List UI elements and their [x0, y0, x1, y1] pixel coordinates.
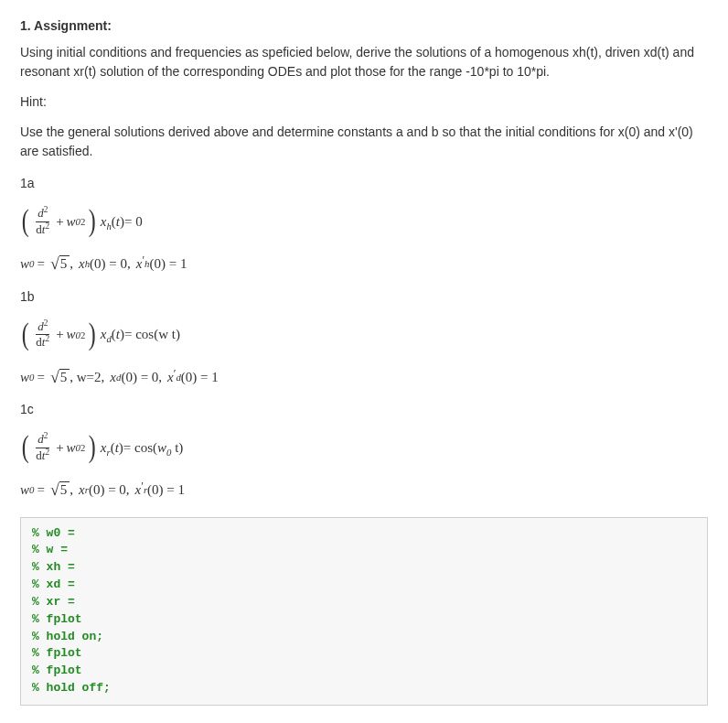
code-line: % w = [32, 543, 68, 556]
code-line: % xr = [32, 595, 75, 609]
equation-1b-ode: ( d2 dt2 + w02 ) xd(t) = cos(w t) [20, 319, 708, 351]
code-line: % hold off; [32, 681, 111, 695]
equation-1a-rhs: = 0 [124, 211, 143, 232]
section-heading: 1. Assignment: [20, 16, 708, 36]
left-paren-icon: ( [22, 431, 29, 462]
intro-paragraph: Using initial conditions and frequencies… [20, 43, 708, 81]
equation-1c-rhs: = cos(w0 t) [123, 437, 184, 459]
second-derivative-fraction: d2 dt2 [34, 207, 51, 236]
code-cell[interactable]: % w0 = % w = % xh = % xd = % xr = % fplo… [20, 517, 708, 706]
right-paren-icon: ) [89, 431, 96, 462]
operator-parentheses: ( d2 dt2 + w02 ) [20, 432, 98, 463]
operator-parentheses: ( d2 dt2 + w02 ) [20, 319, 98, 351]
code-line: % w0 = [32, 526, 75, 540]
equation-1a-ode: ( d2 dt2 + w02 ) xh(t) = 0 [20, 206, 708, 237]
left-paren-icon: ( [22, 318, 29, 350]
second-derivative-fraction: d2 dt2 [34, 433, 51, 462]
code-line: % hold on; [32, 630, 103, 643]
equation-1a-initial-conditions: w0= √5 , xh(0) = 0, x′h(0) = 1 [20, 254, 708, 275]
code-line: % fplot [32, 646, 82, 660]
sqrt-icon: √5 [50, 481, 70, 498]
operator-parentheses: ( d2 dt2 + w02 ) [20, 206, 98, 237]
code-line: % xh = [32, 560, 75, 574]
hint-label: Hint: [20, 92, 708, 112]
equation-1c-ode: ( d2 dt2 + w02 ) xr(t) = cos(w0 t) [20, 432, 708, 463]
part-label-1a: 1a [20, 174, 708, 193]
code-line: % fplot [32, 612, 82, 626]
code-line: % xd = [32, 577, 75, 591]
equation-1c-initial-conditions: w0= √5 , xr(0) = 0, x′r(0) = 1 [20, 480, 708, 501]
equation-1b-initial-conditions: w0= √5 , w=2, xd(0) = 0, x′d(0) = 1 [20, 367, 708, 388]
second-derivative-fraction: d2 dt2 [34, 320, 51, 350]
equation-1b-rhs: = cos(w t) [124, 324, 180, 345]
code-line: % fplot [32, 664, 82, 677]
sqrt-icon: √5 [50, 255, 70, 272]
hint-body: Use the general solutions derived above … [20, 123, 708, 161]
sqrt-icon: √5 [50, 369, 70, 385]
part-label-1c: 1c [20, 400, 708, 419]
left-paren-icon: ( [22, 205, 29, 236]
part-label-1b: 1b [20, 287, 708, 307]
assignment-document: 1. Assignment: Using initial conditions … [0, 0, 728, 723]
right-paren-icon: ) [89, 318, 96, 350]
right-paren-icon: ) [89, 205, 96, 236]
